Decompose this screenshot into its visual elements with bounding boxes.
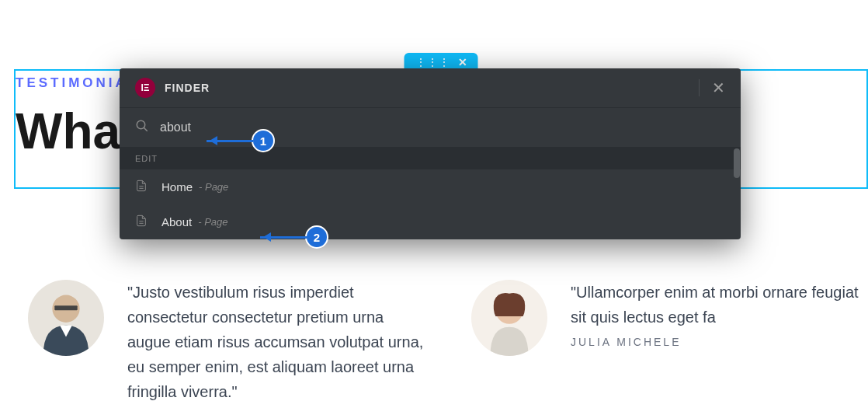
svg-rect-2 xyxy=(54,305,77,310)
avatar xyxy=(28,280,104,356)
document-icon xyxy=(135,179,148,195)
elementor-logo: lΞ xyxy=(135,78,155,98)
finder-result-item[interactable]: Home - Page xyxy=(120,169,741,204)
arrow-icon xyxy=(260,236,307,239)
result-name: Home xyxy=(161,180,193,194)
testimonial-quote: "Justo vestibulum risus imperdiet consec… xyxy=(127,280,425,404)
result-type: - Page xyxy=(198,216,227,228)
annotation-callout: 2 xyxy=(260,225,328,249)
finder-modal: lΞ FINDER ✕ EDIT Home - Pa xyxy=(120,68,741,239)
testimonial: "Ullamcorper enim at morbi ornare feugia… xyxy=(471,280,868,410)
testimonials-row: "Justo vestibulum risus imperdiet consec… xyxy=(28,280,868,410)
finder-title: FINDER xyxy=(165,82,686,94)
avatar xyxy=(471,280,547,356)
search-icon xyxy=(135,119,149,136)
avatar-image xyxy=(471,280,547,356)
finder-results: EDIT Home - Page xyxy=(120,148,741,239)
annotation-callout: 1 xyxy=(207,129,275,152)
result-name: About xyxy=(161,215,192,228)
testimonial-text: "Justo vestibulum risus imperdiet consec… xyxy=(127,280,425,410)
testimonial-text: "Ullamcorper enim at morbi ornare feugia… xyxy=(571,280,868,410)
divider xyxy=(699,79,700,96)
svg-point-5 xyxy=(137,120,145,129)
testimonial-quote: "Ullamcorper enim at morbi ornare feugia… xyxy=(571,280,868,330)
testimonial: "Justo vestibulum risus imperdiet consec… xyxy=(28,280,425,410)
close-button[interactable]: ✕ xyxy=(712,80,725,96)
finder-result-item[interactable]: About - Page xyxy=(120,204,741,239)
result-type: - Page xyxy=(199,181,228,193)
drag-icon: ⋮⋮⋮ xyxy=(415,56,450,68)
document-icon xyxy=(135,214,148,230)
finder-header: lΞ FINDER ✕ xyxy=(120,68,741,108)
arrow-icon xyxy=(207,140,253,142)
callout-number: 2 xyxy=(305,225,328,249)
callout-number: 1 xyxy=(252,129,275,152)
avatar-image xyxy=(28,280,104,356)
testimonial-author: JULIA MICHELE xyxy=(571,336,868,348)
close-icon[interactable]: ✕ xyxy=(458,56,467,68)
svg-line-6 xyxy=(144,127,148,131)
